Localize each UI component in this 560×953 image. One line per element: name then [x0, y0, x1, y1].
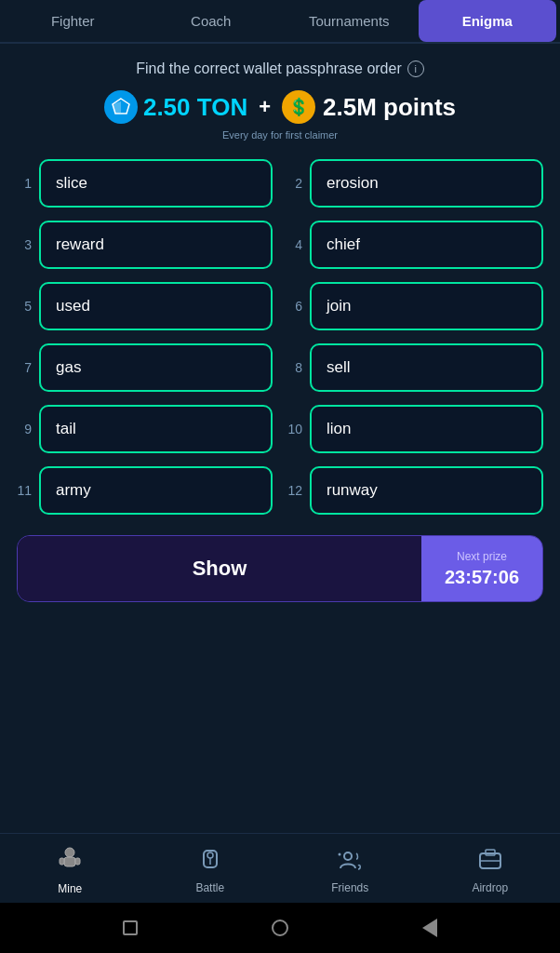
svg-point-10: [339, 853, 341, 856]
word-box-5[interactable]: used: [39, 282, 273, 330]
word-box-4[interactable]: chief: [310, 221, 543, 269]
word-cell-1: 1 slice: [17, 159, 273, 208]
word-number-12: 12: [287, 483, 302, 498]
main-content: Find the correct wallet passphrase order…: [0, 44, 560, 619]
word-box-3[interactable]: reward: [39, 221, 273, 269]
word-cell-9: 9 tail: [17, 405, 273, 453]
word-box-11[interactable]: army: [39, 466, 273, 515]
nav-item-airdrop[interactable]: Airdrop: [420, 842, 561, 898]
word-cell-11: 11 army: [17, 466, 273, 515]
ton-amount: 2.50 TON: [143, 93, 247, 122]
nav-item-mine[interactable]: Mine: [0, 841, 140, 899]
nav-item-battle[interactable]: Battle: [140, 842, 281, 898]
svg-rect-5: [75, 858, 80, 865]
tab-coach[interactable]: Coach: [142, 0, 281, 42]
airdrop-icon: [476, 846, 504, 878]
tab-fighter[interactable]: Fighter: [4, 0, 142, 42]
nav-label-mine: Mine: [58, 882, 82, 895]
word-number-2: 2: [287, 176, 302, 191]
next-prize-time: 23:57:06: [438, 567, 526, 588]
friends-icon: [336, 846, 364, 878]
svg-point-2: [65, 848, 74, 857]
ton-badge: 2.50 TON: [104, 90, 247, 124]
word-box-8[interactable]: sell: [310, 343, 543, 392]
word-cell-7: 7 gas: [17, 343, 273, 392]
svg-point-7: [207, 852, 213, 858]
svg-point-9: [344, 852, 352, 860]
battle-icon: [196, 846, 224, 878]
info-icon[interactable]: i: [407, 60, 424, 77]
plus-sign: +: [259, 95, 271, 119]
word-cell-12: 12 runway: [287, 466, 543, 515]
word-cell-10: 10 lion: [287, 405, 543, 453]
recent-apps-button[interactable]: [120, 918, 140, 938]
puzzle-title-text: Find the correct wallet passphrase order: [136, 60, 401, 77]
show-button[interactable]: Show: [18, 536, 421, 601]
word-grid: 1 slice 2 erosion 3 reward 4 chief 5 use…: [17, 159, 543, 515]
word-number-7: 7: [17, 360, 32, 375]
word-number-10: 10: [287, 422, 302, 436]
word-number-5: 5: [17, 299, 32, 314]
word-cell-6: 6 join: [287, 282, 543, 330]
word-cell-2: 2 erosion: [287, 159, 543, 208]
nav-label-battle: Battle: [195, 881, 224, 894]
svg-rect-4: [60, 858, 64, 865]
points-badge: 💲 2.5M points: [282, 90, 456, 124]
word-box-9[interactable]: tail: [39, 405, 273, 453]
word-number-1: 1: [17, 176, 32, 191]
top-navigation: Fighter Coach Tournaments Enigma: [0, 0, 560, 44]
claimer-text: Every day for first claimer: [17, 129, 543, 141]
coin-icon: 💲: [282, 90, 315, 124]
svg-rect-3: [64, 857, 75, 866]
word-cell-3: 3 reward: [17, 221, 273, 269]
home-button[interactable]: [270, 918, 290, 938]
next-prize-label: Next prize: [438, 550, 526, 563]
nav-label-friends: Friends: [331, 881, 368, 894]
word-number-4: 4: [287, 237, 302, 252]
mine-icon: [55, 845, 85, 879]
word-number-6: 6: [287, 299, 302, 314]
word-box-12[interactable]: runway: [310, 466, 543, 515]
word-cell-8: 8 sell: [287, 343, 543, 392]
ton-icon: [104, 90, 138, 124]
next-prize-panel: Next prize 23:57:06: [421, 536, 542, 601]
puzzle-title-row: Find the correct wallet passphrase order…: [17, 60, 543, 77]
word-box-7[interactable]: gas: [39, 343, 273, 392]
word-number-3: 3: [17, 237, 32, 252]
nav-item-friends[interactable]: Friends: [280, 842, 420, 898]
bottom-navigation: Mine Battle Friends: [0, 833, 560, 903]
system-bar: [0, 903, 560, 953]
word-cell-4: 4 chief: [287, 221, 543, 269]
word-number-9: 9: [17, 422, 32, 436]
tab-tournaments[interactable]: Tournaments: [280, 0, 419, 42]
show-section: Show Next prize 23:57:06: [17, 535, 543, 602]
nav-label-airdrop: Airdrop: [472, 881, 508, 894]
points-amount: 2.5M points: [323, 93, 456, 122]
word-cell-5: 5 used: [17, 282, 273, 330]
tab-enigma[interactable]: Enigma: [419, 0, 557, 42]
word-number-11: 11: [17, 483, 32, 498]
word-number-8: 8: [287, 360, 302, 375]
word-box-2[interactable]: erosion: [310, 159, 543, 208]
word-box-1[interactable]: slice: [39, 159, 273, 208]
back-button[interactable]: [420, 918, 440, 938]
reward-row: 2.50 TON + 💲 2.5M points: [17, 90, 543, 124]
word-box-10[interactable]: lion: [310, 405, 543, 453]
word-box-6[interactable]: join: [310, 282, 543, 330]
